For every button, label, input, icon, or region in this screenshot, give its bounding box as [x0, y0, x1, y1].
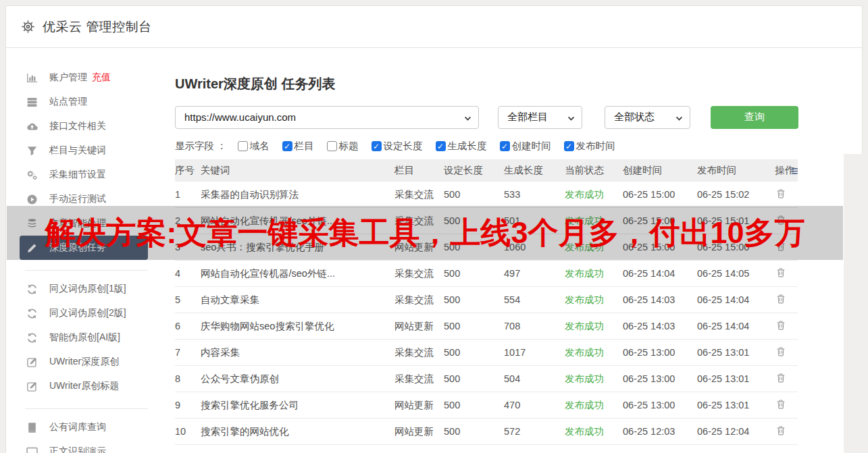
trash-icon	[775, 375, 786, 385]
cell-no: 1	[175, 189, 201, 200]
site-select[interactable]: https://www.ucaiyun.com	[175, 106, 479, 129]
field-checkbox[interactable]: ✓生成长度	[436, 140, 487, 153]
delete-button[interactable]	[775, 294, 787, 306]
cell-gen-length: 554	[504, 294, 565, 305]
sidebar-item[interactable]: 同义词伪原创[1版]	[6, 277, 170, 301]
header-cell: 栏目	[394, 164, 444, 177]
checkbox-icon[interactable]: ✓	[500, 141, 510, 151]
checkbox-icon[interactable]	[238, 141, 248, 151]
field-checkbox[interactable]: ✓创建时间	[500, 140, 551, 153]
chevron-down-icon	[567, 113, 576, 122]
cell-set-length: 500	[444, 294, 504, 305]
field-checkbox-label: 生成长度	[448, 140, 487, 153]
overlay-promo-text: 解决方案:文章一键采集工具，上线3个月多，付出10多万	[45, 213, 805, 253]
trash-icon	[775, 270, 786, 280]
delete-button[interactable]	[775, 346, 787, 358]
sidebar-item-label: 手动运行测试	[49, 193, 106, 205]
sidebar-item[interactable]: 采集细节设置	[6, 163, 170, 187]
delete-button[interactable]	[775, 267, 787, 279]
checkbox-icon[interactable]	[327, 141, 337, 151]
query-button[interactable]: 查询	[711, 106, 798, 129]
delete-button[interactable]	[775, 373, 787, 385]
checkbox-icon[interactable]: ✓	[436, 141, 446, 151]
app-title: 优采云 管理控制台	[43, 18, 152, 36]
refresh-icon	[26, 283, 39, 295]
cell-status: 发布成功	[565, 188, 623, 201]
field-checkbox-label: 创建时间	[512, 140, 551, 153]
delete-button[interactable]	[775, 425, 787, 437]
sidebar-item[interactable]: 智能伪原创[AI版]	[6, 325, 170, 350]
table-row: 7内容采集采集交流5001017发布成功06-25 13:0006-25 13:…	[175, 340, 798, 366]
sidebar-item[interactable]: UWriter原创标题	[6, 374, 170, 398]
cell-no: 6	[175, 321, 201, 331]
edit-square-icon	[26, 356, 39, 368]
site-select-value: https://www.ucaiyun.com	[184, 111, 296, 123]
trash-icon	[775, 296, 786, 307]
trash-icon	[775, 323, 786, 333]
book-icon	[26, 421, 39, 433]
sidebar-item[interactable]: 站点管理	[6, 90, 170, 114]
table-row: 9搜索引擎优化服务公司网站更新500470发布成功06-25 13:0006-2…	[175, 392, 798, 419]
header-cell: 生成长度	[504, 164, 565, 177]
cell-no: 8	[175, 373, 201, 384]
sidebar-item[interactable]: 同义词伪原创[2版]	[6, 301, 170, 325]
field-checkboxes: 域名✓栏目标题✓设定长度✓生成长度✓创建时间✓发布时间	[238, 140, 628, 153]
delete-button[interactable]	[775, 399, 787, 411]
cloud-upload-icon	[26, 120, 39, 132]
refresh-icon	[26, 307, 39, 319]
field-checkbox[interactable]: ✓栏目	[282, 140, 314, 153]
column-settings-icon[interactable]	[791, 165, 798, 177]
cell-no: 5	[175, 294, 201, 305]
play-icon	[26, 193, 39, 205]
cell-created: 06-25 13:00	[623, 347, 697, 358]
sidebar-item[interactable]: UWriter深度原创	[6, 350, 170, 374]
table-row: 6庆华购物网站seo搜索引擎优化网站更新500708发布成功06-25 14:0…	[175, 313, 798, 340]
checkbox-icon[interactable]: ✓	[372, 141, 382, 151]
field-checkbox-label: 标题	[339, 140, 359, 153]
sidebar-item[interactable]: 账户管理充值	[6, 65, 170, 90]
sidebar-item[interactable]: 栏目与关键词	[6, 138, 170, 163]
cell-column: 采集交流	[394, 188, 444, 201]
cell-keyword: 自动文章采集	[201, 294, 394, 307]
cell-created: 06-25 14:04	[623, 268, 697, 279]
cell-set-length: 500	[444, 189, 504, 200]
status-select[interactable]: 全部状态	[605, 106, 690, 129]
sidebar-item[interactable]: 公有词库查询	[6, 415, 170, 439]
field-checkbox[interactable]: 标题	[327, 140, 359, 153]
cell-no: 4	[175, 268, 201, 279]
cell-gen-length: 572	[504, 426, 565, 437]
checkbox-icon[interactable]: ✓	[564, 141, 574, 151]
cell-gen-length: 533	[504, 189, 565, 200]
cell-column: 采集交流	[394, 346, 444, 359]
header-cell: 序号	[175, 164, 201, 177]
recharge-badge[interactable]: 充值	[92, 72, 111, 84]
cell-column: 采集交流	[394, 373, 444, 385]
table-row: 1采集器的自动识别算法采集交流500533发布成功06-25 15:0006-2…	[175, 182, 798, 208]
column-select[interactable]: 全部栏目	[498, 106, 582, 129]
field-checkbox[interactable]: 域名	[238, 140, 270, 153]
header-cell: 设定长度	[444, 164, 504, 177]
cell-published: 06-25 13:01	[697, 373, 775, 384]
cell-gen-length: 504	[504, 373, 565, 384]
cell-published: 06-25 13:01	[697, 347, 775, 358]
cell-gen-length: 470	[504, 400, 565, 410]
page: 优采云 管理控制台 账户管理充值站点管理接口文件相关栏目与关键词采集细节设置手动…	[0, 0, 868, 453]
delete-button[interactable]	[775, 188, 787, 201]
sidebar-item[interactable]: 正文识别演示	[6, 439, 170, 453]
cell-column: 网站更新	[394, 399, 444, 412]
cell-keyword: 庆华购物网站seo搜索引擎优化	[201, 320, 394, 333]
sidebar-item-label: 同义词伪原创[1版]	[49, 283, 126, 295]
trash-icon	[775, 349, 786, 359]
chevron-down-icon	[675, 113, 684, 122]
table-row: 8公众号文章伪原创采集交流500504发布成功06-25 13:0006-25 …	[175, 366, 798, 392]
right-margin-strip	[844, 154, 863, 453]
sidebar-item[interactable]: 接口文件相关	[6, 114, 170, 138]
cell-published: 06-25 12:04	[697, 426, 775, 437]
topbar: 优采云 管理控制台	[6, 6, 862, 48]
field-checkbox[interactable]: ✓发布时间	[564, 140, 615, 153]
cell-column: 采集交流	[394, 267, 444, 280]
field-checkbox[interactable]: ✓设定长度	[372, 140, 423, 153]
cell-set-length: 500	[444, 321, 504, 331]
checkbox-icon[interactable]: ✓	[282, 141, 292, 151]
delete-button[interactable]	[775, 320, 787, 332]
